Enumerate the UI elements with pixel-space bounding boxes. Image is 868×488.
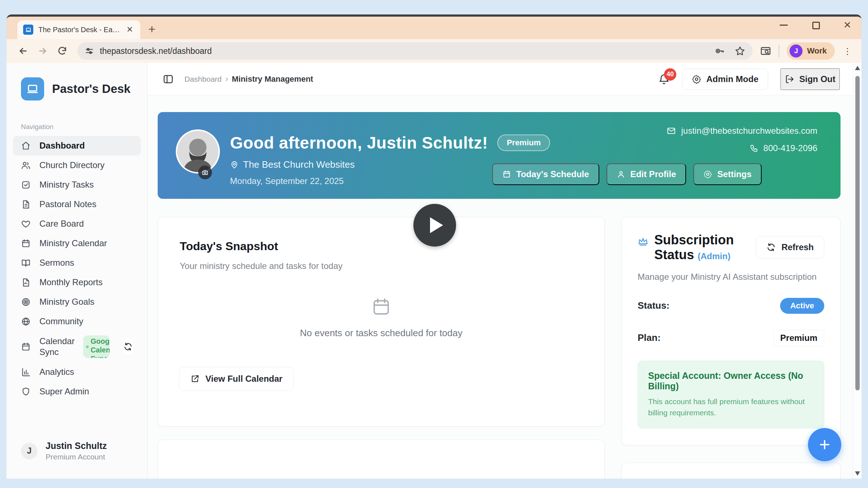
bookmark-star-icon[interactable] <box>735 46 745 56</box>
window-maximize-button[interactable] <box>811 20 820 30</box>
settings-button[interactable]: Settings <box>693 163 762 185</box>
user-avatar: J <box>21 443 38 459</box>
window-minimize-button[interactable] <box>779 20 788 30</box>
target-icon <box>21 297 31 307</box>
contact-phone: 800-419-2096 <box>667 143 817 153</box>
sidebar-item-church-directory[interactable]: Church Directory <box>13 155 141 175</box>
sidebar-item-community[interactable]: Community <box>13 312 141 331</box>
edit-profile-button[interactable]: Edit Profile <box>607 163 686 185</box>
breadcrumb: Dashboard › Ministry Management <box>184 74 313 84</box>
sign-out-button[interactable]: Sign Out <box>780 68 840 90</box>
admin-tag: (Admin) <box>698 251 731 261</box>
search-tabs-icon[interactable] <box>760 45 771 57</box>
forward-button[interactable] <box>35 43 51 59</box>
file-text-icon <box>21 200 31 209</box>
gear-icon <box>692 74 701 84</box>
new-tab-button[interactable]: + <box>148 22 156 36</box>
plan-value: Premium <box>773 330 824 346</box>
scrollbar-up-arrow[interactable] <box>855 66 860 70</box>
sidebar-item-sermons[interactable]: Sermons <box>13 253 141 273</box>
google-calendar-synced-badge: Google Calendar Synced <box>83 335 110 358</box>
contact-email: justin@thebestchurchwebsites.com <box>667 126 817 136</box>
calendar-icon <box>502 170 511 179</box>
app-header: Dashboard › Ministry Management 40 Admin… <box>148 63 861 95</box>
account-status-card: Account Status Plan: Premium (Active) <box>621 463 841 479</box>
users-icon <box>21 160 31 170</box>
sidebar-item-ministry-tasks[interactable]: Ministry Tasks <box>13 175 141 194</box>
sidebar-item-dashboard[interactable]: Dashboard <box>13 136 141 155</box>
nav-section-label: Navigation <box>7 104 147 136</box>
refresh-button[interactable]: Refresh <box>756 236 824 258</box>
url-text[interactable]: thepastorsdesk.net/dashboard <box>100 46 709 56</box>
shield-icon <box>21 387 31 397</box>
page-scrollbar[interactable] <box>853 63 861 479</box>
password-key-icon[interactable] <box>714 46 725 56</box>
toolbar-divider <box>779 45 779 57</box>
premium-badge: Premium <box>497 134 550 151</box>
sidebar-item-pastoral-notes[interactable]: Pastoral Notes <box>13 194 141 214</box>
favicon <box>23 25 33 35</box>
floating-add-button[interactable] <box>808 428 841 461</box>
admin-mode-button[interactable]: Admin Mode <box>682 69 768 90</box>
breadcrumb-current: Ministry Management <box>232 74 313 84</box>
sidebar-item-super-admin[interactable]: Super Admin <box>13 382 141 401</box>
subscription-status-card: Subscription Status (Admin) Refresh Mana… <box>621 217 841 445</box>
reload-button[interactable] <box>54 43 70 59</box>
subscription-title: Subscription Status (Admin) <box>654 232 763 262</box>
status-badge: Active <box>780 298 824 314</box>
play-icon <box>430 217 443 233</box>
scrollbar-down-arrow[interactable] <box>855 471 860 476</box>
subscription-subtitle: Manage your Ministry AI Assistant subscr… <box>638 272 824 282</box>
file-report-icon <box>21 278 31 287</box>
browser-menu-icon[interactable]: ⋮ <box>842 50 853 53</box>
calendar-icon <box>21 239 31 248</box>
sidebar: Pastor's Desk Navigation Dashboard Churc… <box>7 63 148 479</box>
app-logo-icon <box>21 77 44 100</box>
plan-label: Plan: <box>638 332 661 343</box>
browser-profile-avatar: J <box>790 44 803 57</box>
app-name: Pastor's Desk <box>52 82 131 96</box>
app-brand: Pastor's Desk <box>7 63 147 104</box>
back-button[interactable] <box>15 43 31 59</box>
greeting-title: Good afternoon, Justin Schultz! <box>230 133 488 153</box>
view-full-calendar-button[interactable]: View Full Calendar <box>179 367 294 391</box>
todays-schedule-button[interactable]: Today's Schedule <box>492 163 599 185</box>
snapshot-title: Today's Snapshot <box>180 240 583 253</box>
breadcrumb-separator-icon: › <box>225 74 228 84</box>
todays-snapshot-card: Today's Snapshot Your ministry schedule … <box>158 217 605 427</box>
notification-count-badge: 40 <box>664 68 676 81</box>
tab-close-icon[interactable]: ✕ <box>125 25 135 34</box>
browser-profile-chip[interactable]: J Work <box>787 42 835 60</box>
site-settings-icon[interactable] <box>85 46 94 56</box>
mail-icon <box>667 126 676 136</box>
calendar-sync-refresh-icon[interactable] <box>123 338 133 355</box>
video-play-button[interactable] <box>413 204 456 247</box>
sidebar-user[interactable]: J Justin Schultz Premium Account <box>7 428 147 479</box>
sidebar-item-ministry-calendar[interactable]: Ministry Calendar <box>13 234 141 253</box>
browser-toolbar: thepastorsdesk.net/dashboard J Work ⋮ <box>7 39 861 63</box>
notifications-button[interactable]: 40 <box>658 73 670 85</box>
sidebar-item-calendar-sync[interactable]: Calendar Sync Google Calendar Synced <box>13 331 141 362</box>
window-close-button[interactable]: ✕ <box>843 20 852 30</box>
dashboard-main: Good afternoon, Justin Schultz! Premium … <box>148 95 861 479</box>
sidebar-toggle-icon[interactable] <box>163 74 174 85</box>
globe-icon <box>21 317 31 326</box>
external-link-icon <box>190 374 200 384</box>
tab-title: The Pastor's Desk - Early Acces <box>38 26 120 34</box>
sidebar-item-analytics[interactable]: Analytics <box>13 362 141 382</box>
crown-icon <box>638 236 648 247</box>
url-bar[interactable]: thepastorsdesk.net/dashboard <box>77 42 753 60</box>
sidebar-item-monthly-reports[interactable]: Monthly Reports <box>13 273 141 292</box>
location-pin-icon <box>230 160 239 169</box>
gear-icon <box>703 170 712 179</box>
sidebar-item-ministry-goals[interactable]: Ministry Goals <box>13 292 141 312</box>
breadcrumb-root[interactable]: Dashboard <box>184 75 222 83</box>
user-name: Justin Schultz <box>46 441 107 451</box>
special-account-notice: Special Account: Owner Access (No Billin… <box>638 361 824 428</box>
sidebar-item-care-board[interactable]: Care Board <box>13 214 141 234</box>
profile-photo <box>176 129 220 174</box>
check-square-icon <box>21 180 31 190</box>
browser-tab[interactable]: The Pastor's Desk - Early Acces ✕ <box>17 20 140 39</box>
change-photo-camera-icon[interactable] <box>198 166 212 179</box>
scrollbar-thumb[interactable] <box>855 76 860 390</box>
